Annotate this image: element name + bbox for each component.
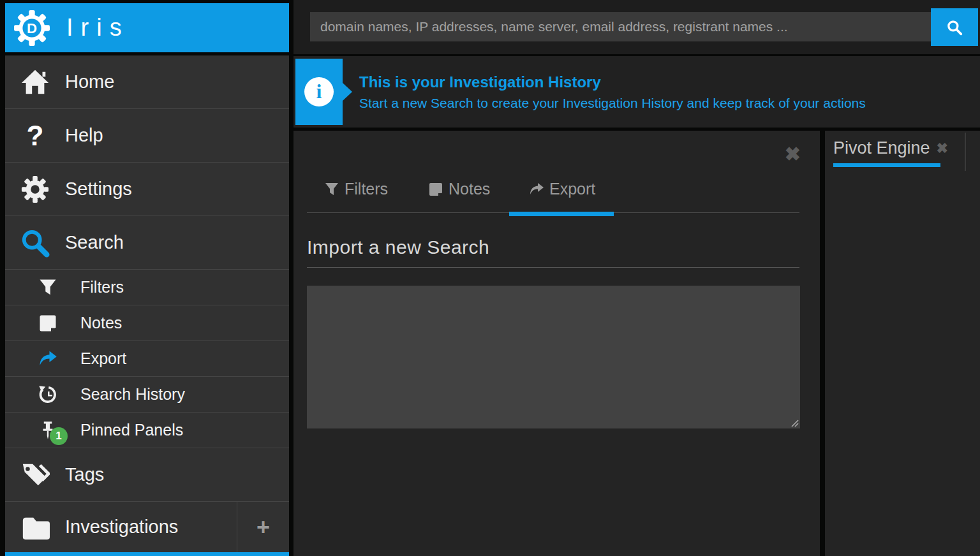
sidebar-item-home[interactable]: Home (5, 55, 289, 109)
sidebar-item-help[interactable]: ? Help (5, 109, 289, 163)
sidebar-item-export[interactable]: Export (5, 341, 289, 377)
filter-funnel-icon (324, 182, 339, 197)
tab-label: Filters (345, 180, 388, 198)
sidebar-item-label: Search History (80, 385, 185, 404)
sidebar-item-label: Investigations (65, 516, 178, 538)
sidebar-item-label: Settings (65, 179, 132, 200)
sidebar-item-label: Export (80, 349, 126, 368)
tab-label: Export (549, 180, 595, 198)
filter-funnel-icon (38, 278, 57, 297)
folder-icon (20, 513, 50, 542)
info-icon: i (304, 77, 334, 106)
sidebar-item-label: Pinned Panels (80, 421, 183, 439)
pinned-panels-count-badge: 1 (50, 427, 68, 445)
divider (307, 267, 799, 268)
tab-pivot-engine[interactable]: Pivot Engine ✖ (833, 138, 948, 158)
export-arrow-icon (38, 349, 57, 369)
sidebar-item-label: Help (65, 125, 103, 146)
sidebar-item-label: Home (65, 71, 114, 92)
sidebar-item-filters[interactable]: Filters (5, 270, 289, 305)
gear-d-logo-icon: D (14, 10, 50, 46)
iris-app-window: D Iris Home ? Help (0, 0, 980, 556)
investigation-history-panel: ✖ Filters Notes Export Import a (293, 131, 820, 556)
import-search-textarea[interactable] (307, 286, 800, 428)
search-button[interactable] (931, 8, 978, 46)
sidebar-item-label: Filters (80, 278, 124, 296)
global-search-input[interactable] (310, 12, 931, 41)
sidebar-item-tags[interactable]: Tags (5, 448, 289, 502)
app-header: D Iris (5, 3, 289, 52)
sidebar-item-search-history[interactable]: Search History (5, 377, 289, 413)
help-icon: ? (20, 121, 50, 150)
home-icon (20, 68, 50, 97)
note-icon (428, 182, 443, 197)
close-pivot-tab-icon[interactable]: ✖ (937, 140, 948, 157)
info-banner: i This is your Investigation History Sta… (293, 56, 980, 128)
tab-export[interactable]: Export (529, 180, 595, 198)
info-banner-pointer: i (295, 59, 343, 125)
sidebar-item-label: Search (65, 232, 124, 253)
tab-label: Pivot Engine (833, 138, 930, 158)
import-search-heading: Import a new Search (307, 237, 489, 258)
sidebar-item-investigations[interactable]: Investigations + (5, 502, 289, 552)
history-icon (38, 385, 57, 404)
tab-filters[interactable]: Filters (324, 180, 388, 198)
search-icon (20, 228, 50, 258)
top-search-bar (293, 0, 980, 54)
sidebar-item-pinned-panels[interactable]: 1 Pinned Panels (5, 413, 289, 448)
svg-text:D: D (27, 20, 37, 36)
search-icon (946, 19, 963, 36)
tab-label: Notes (449, 180, 490, 198)
settings-gear-icon (20, 175, 50, 204)
pushpin-icon: 1 (38, 421, 57, 440)
add-investigation-button[interactable]: + (237, 502, 289, 552)
tags-icon (20, 460, 50, 490)
sidebar-item-label: Notes (80, 314, 122, 332)
note-icon (38, 314, 57, 333)
sidebar-item-settings[interactable]: Settings (5, 163, 289, 216)
app-title: Iris (66, 14, 130, 41)
banner-subtitle: Start a new Search to create your Invest… (359, 96, 866, 111)
sidebar-item-search[interactable]: Search (5, 216, 289, 270)
active-tab-underline (833, 163, 940, 167)
divider (965, 133, 966, 171)
tab-notes[interactable]: Notes (428, 180, 490, 198)
sidebar: Home ? Help (5, 55, 289, 556)
pivot-engine-panel: Pivot Engine ✖ (825, 131, 980, 556)
sidebar-item-notes[interactable]: Notes (5, 305, 289, 341)
export-arrow-icon (529, 182, 544, 197)
banner-title: This is your Investigation History (359, 73, 601, 91)
sidebar-item-label: Tags (65, 464, 104, 485)
panel-tab-bar: Filters Notes Export (307, 131, 799, 213)
